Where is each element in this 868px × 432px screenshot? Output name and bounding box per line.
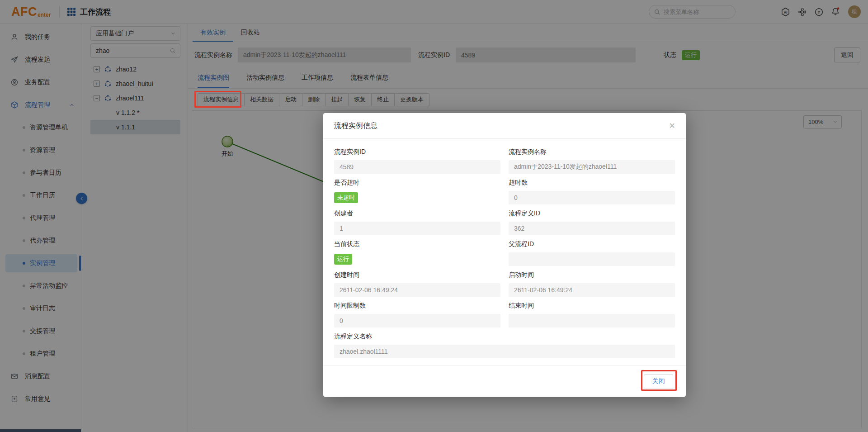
field-process-instance-name: 流程实例名称 admin于2023-11-10发起的zhaoel111	[509, 148, 675, 174]
field-value: admin于2023-11-10发起的zhaoel111	[509, 160, 675, 174]
field-value: 2611-02-06 16:49:24	[334, 283, 500, 297]
field-value: 0	[509, 191, 675, 204]
field-label: 流程实例名称	[509, 148, 675, 157]
field-process-definition-name: 流程定义名称 zhaoel.zhaol1111	[334, 332, 675, 358]
field-creator: 创建者 1	[334, 209, 500, 235]
process-instance-info-modal: 流程实例信息 × 流程实例ID 4589 流程实例名称 admin于2023-1…	[323, 113, 686, 397]
field-value: 4589	[334, 160, 500, 174]
field-label: 创建者	[334, 209, 500, 218]
close-icon[interactable]: ×	[669, 121, 675, 131]
field-value: zhaoel.zhaol1111	[334, 345, 675, 358]
field-create-time: 创建时间 2611-02-06 16:49:24	[334, 271, 500, 297]
field-label: 启动时间	[509, 271, 675, 280]
field-label: 结束时间	[509, 302, 675, 311]
field-current-status: 当前状态 运行	[334, 240, 500, 266]
timeout-status-badge: 未超时	[334, 192, 358, 203]
field-value: 0	[334, 314, 500, 328]
field-end-time: 结束时间	[509, 302, 675, 328]
modal-body: 流程实例ID 4589 流程实例名称 admin于2023-11-10发起的zh…	[323, 139, 686, 363]
field-label: 流程定义ID	[509, 209, 675, 218]
field-label: 时间限制数	[334, 302, 500, 311]
field-value: 2611-02-06 16:49:24	[509, 283, 675, 297]
running-status-badge: 运行	[334, 254, 352, 265]
field-label: 当前状态	[334, 240, 500, 249]
field-parent-process-id: 父流程ID	[509, 240, 675, 266]
modal-header: 流程实例信息 ×	[323, 113, 686, 139]
field-label: 创建时间	[334, 271, 500, 280]
modal-title: 流程实例信息	[334, 121, 377, 131]
field-label: 流程定义名称	[334, 332, 675, 342]
app-root: AFC enter 工作流程 AI ? 租	[0, 0, 868, 432]
field-label: 流程实例ID	[334, 148, 500, 157]
field-start-time: 启动时间 2611-02-06 16:49:24	[509, 271, 675, 297]
field-timeout-count: 超时数 0	[509, 179, 675, 204]
field-label: 是否超时	[334, 179, 500, 188]
field-value: 1	[334, 222, 500, 235]
field-value: 362	[509, 222, 675, 235]
field-label: 超时数	[509, 179, 675, 188]
field-value	[509, 252, 675, 266]
field-timeout-flag: 是否超时 未超时	[334, 179, 500, 204]
close-button[interactable]: 关闭	[644, 374, 673, 389]
field-process-definition-id: 流程定义ID 362	[509, 209, 675, 235]
field-label: 父流程ID	[509, 240, 675, 249]
field-value	[509, 314, 675, 328]
field-process-instance-id: 流程实例ID 4589	[334, 148, 500, 174]
field-time-limit-count: 时间限制数 0	[334, 302, 500, 328]
modal-footer: 关闭	[323, 366, 686, 397]
